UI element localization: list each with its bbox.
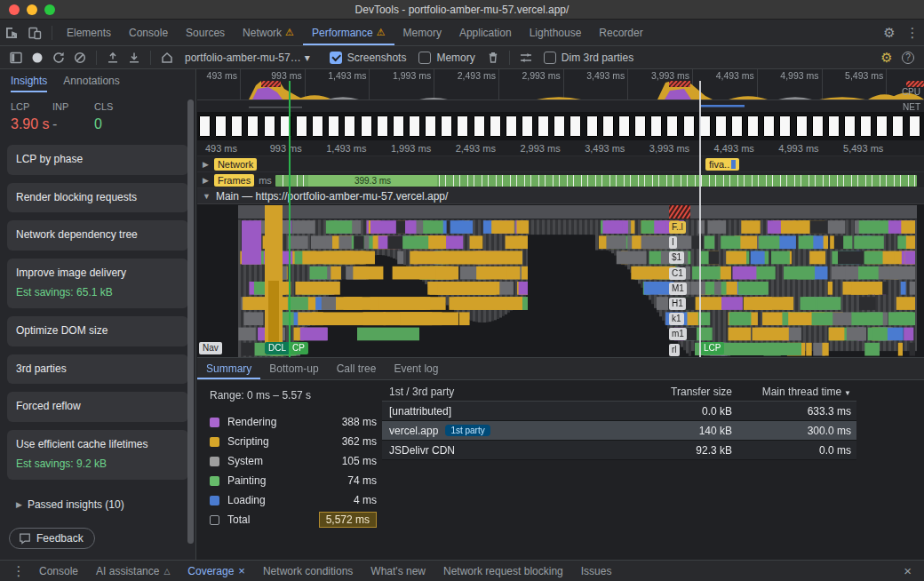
nav-marker[interactable]: Nav <box>199 342 222 354</box>
drawer-tab[interactable]: Network request blocking <box>434 561 572 581</box>
drawer-tab[interactable]: Console <box>30 561 87 581</box>
screenshot-frame[interactable] <box>699 115 711 137</box>
screenshot-frame[interactable] <box>522 115 533 137</box>
drawer-tab[interactable]: Coverage × <box>179 561 254 581</box>
inspect-element-icon[interactable] <box>0 22 23 44</box>
screenshot-frame[interactable] <box>409 115 420 137</box>
zoom-window-button[interactable] <box>44 4 55 15</box>
toggle-sidebar-icon[interactable] <box>5 48 27 68</box>
screenshot-frame[interactable] <box>328 115 339 137</box>
screenshot-frame[interactable] <box>909 115 920 137</box>
drawer-kebab-icon[interactable]: ⋮ <box>7 561 30 581</box>
kebab-menu-icon[interactable]: ⋮ <box>901 22 924 44</box>
drawer-tab[interactable]: What's new <box>362 561 434 581</box>
screenshot-frame[interactable] <box>441 115 452 137</box>
screenshot-frame[interactable] <box>425 115 436 137</box>
sidebar-scrollbar[interactable] <box>187 99 194 544</box>
caret-right-icon[interactable]: ▶ <box>203 176 209 185</box>
environment-settings-icon[interactable] <box>515 48 537 68</box>
flame-frame-label[interactable]: rl <box>669 344 680 356</box>
network-track[interactable]: ▶ Network fiva.. <box>197 156 924 172</box>
help-icon[interactable]: ? <box>897 48 919 68</box>
record-icon[interactable] <box>27 48 48 68</box>
metric[interactable]: CLS 0 <box>94 101 136 132</box>
flame-frame-label[interactable]: I <box>669 236 677 249</box>
table-header[interactable]: 1st / 3rd party Transfer size Main threa… <box>382 382 856 402</box>
screenshot-frame[interactable] <box>393 115 404 137</box>
metric[interactable]: LCP 3.90 s <box>11 101 52 132</box>
screenshot-frame[interactable] <box>247 115 259 137</box>
screenshots-checkbox[interactable]: Screenshots <box>330 52 407 64</box>
lcp-marker[interactable]: LCP <box>700 342 724 354</box>
panel-tab[interactable]: Application <box>450 20 521 45</box>
bottom-tab[interactable]: Summary <box>197 358 260 379</box>
sort-down-icon[interactable]: ▼ <box>844 389 851 397</box>
insight-card[interactable]: Optimize DOM size <box>7 316 188 346</box>
insight-card[interactable]: 3rd parties <box>7 354 188 385</box>
panel-tab[interactable]: Elements <box>58 20 120 45</box>
screenshot-frame[interactable] <box>634 115 646 137</box>
passed-insights-toggle[interactable]: ▶ Passed insights (10) <box>11 498 195 511</box>
screenshot-frame[interactable] <box>763 115 775 137</box>
panel-tab[interactable]: Lighthouse <box>521 20 591 45</box>
flame-frame-label[interactable]: m1 <box>669 328 687 340</box>
screenshot-frame[interactable] <box>828 115 840 137</box>
screenshot-frame[interactable] <box>538 115 549 137</box>
screenshot-frame[interactable] <box>312 115 323 137</box>
screenshot-frame[interactable] <box>215 115 227 137</box>
screenshot-frame[interactable] <box>231 115 243 137</box>
screenshot-frame[interactable] <box>618 115 630 137</box>
caret-down-icon[interactable]: ▼ <box>203 192 211 201</box>
flame-chart[interactable]: F..lI$1C1M1H1k1m1rl Nav DCL CP LCP <box>197 204 924 357</box>
screenshot-frame[interactable] <box>731 115 743 137</box>
memory-checkbox[interactable]: Memory <box>418 52 474 64</box>
screenshot-frame[interactable] <box>570 115 581 137</box>
collect-garbage-icon[interactable] <box>482 48 504 68</box>
dcl-marker[interactable]: DCL <box>265 342 290 354</box>
screenshot-frame[interactable] <box>377 115 388 137</box>
minimize-window-button[interactable] <box>27 4 37 15</box>
insight-card[interactable]: Improve image delivery Est savings: 65.1… <box>7 259 188 308</box>
close-drawer-icon[interactable]: × <box>898 563 917 578</box>
bottom-tab[interactable]: Call tree <box>328 358 386 379</box>
screenshot-frame[interactable] <box>892 115 904 137</box>
bottom-tab[interactable]: Event log <box>385 358 447 379</box>
screenshot-frame[interactable] <box>844 115 856 137</box>
drawer-tab[interactable]: AI assistance △ <box>87 561 179 581</box>
screenshot-frame[interactable] <box>506 115 517 137</box>
settings-gear-icon[interactable]: ⚙ <box>878 22 901 44</box>
insight-card[interactable]: Use efficient cache lifetimes Est saving… <box>7 430 188 480</box>
insight-card[interactable]: Forced reflow <box>7 392 188 422</box>
drawer-tab[interactable]: Issues <box>572 561 621 581</box>
clear-icon[interactable] <box>69 48 91 68</box>
device-toolbar-icon[interactable] <box>23 22 46 44</box>
flame-frame-label[interactable]: C1 <box>669 267 686 280</box>
screenshot-frame[interactable] <box>490 115 501 137</box>
screenshot-frame[interactable] <box>586 115 598 137</box>
screenshot-frame[interactable] <box>602 115 614 137</box>
screenshot-frame[interactable] <box>457 115 468 137</box>
dim-3rd-parties-checkbox[interactable]: Dim 3rd parties <box>544 52 633 64</box>
reload-and-record-icon[interactable] <box>48 48 69 68</box>
flame-frame-label[interactable]: F..l <box>669 221 686 234</box>
screenshot-frame[interactable] <box>650 115 662 137</box>
screenshot-frame[interactable] <box>554 115 565 137</box>
screenshot-frame[interactable] <box>666 115 678 137</box>
trace-history-dropdown[interactable]: portfolio-amber-mu-57… ▾ <box>185 52 310 64</box>
screenshot-frame[interactable] <box>361 115 372 137</box>
live-metrics-icon[interactable] <box>156 48 178 68</box>
panel-tab[interactable]: Performance ⚠ <box>303 20 394 45</box>
screenshot-frame[interactable] <box>860 115 872 137</box>
close-icon[interactable]: × <box>238 564 245 577</box>
screenshot-frame[interactable] <box>474 115 485 137</box>
table-row[interactable]: JSDelivr CDN 92.3 kB 0.0 ms <box>382 441 856 460</box>
screenshot-frame[interactable] <box>747 115 759 137</box>
screenshot-frame[interactable] <box>796 115 808 137</box>
screenshot-frame[interactable] <box>876 115 888 137</box>
close-window-button[interactable] <box>9 4 20 15</box>
drawer-tab[interactable]: Network conditions <box>254 561 362 581</box>
screenshot-frame[interactable] <box>779 115 791 137</box>
flame-chart-canvas[interactable] <box>197 204 924 357</box>
screenshot-frame[interactable] <box>264 115 275 137</box>
load-profile-icon[interactable] <box>102 48 123 68</box>
